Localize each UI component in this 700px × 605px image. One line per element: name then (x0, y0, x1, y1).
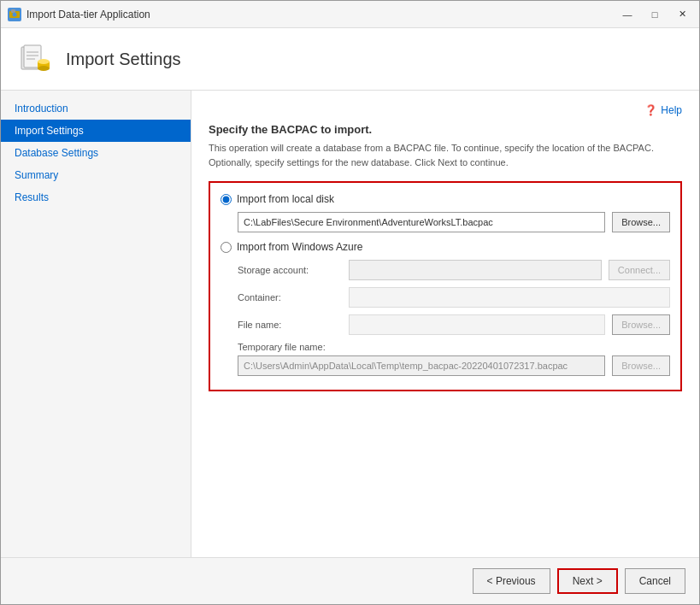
window-title: Import Data-tier Application (26, 9, 617, 21)
storage-account-row: Storage account: Connect... (238, 260, 670, 280)
cancel-button[interactable]: Cancel (625, 568, 685, 594)
sidebar: Introduction Import Settings Database Se… (1, 91, 191, 557)
temp-file-row: Browse... (238, 355, 670, 376)
help-icon: ❓ (644, 104, 657, 116)
svg-rect-1 (11, 9, 15, 13)
temp-file-input (238, 355, 605, 376)
sidebar-item-introduction[interactable]: Introduction (1, 97, 191, 120)
file-name-label: File name: (238, 320, 349, 330)
temp-file-label: Temporary file name: (238, 342, 670, 352)
browse-temp-button: Browse... (612, 355, 670, 376)
container-label: Container: (238, 292, 349, 302)
container-select (349, 287, 670, 308)
app-window: Import Data-tier Application — □ ✕ (0, 0, 700, 605)
svg-point-2 (13, 12, 17, 16)
maximize-button[interactable]: □ (644, 6, 665, 23)
import-options-box: Import from local disk Browse... Import … (209, 181, 682, 391)
help-link-container: ❓ Help (209, 104, 682, 116)
azure-radio[interactable] (221, 242, 232, 253)
sidebar-item-import-settings[interactable]: Import Settings (1, 120, 191, 142)
title-bar: Import Data-tier Application — □ ✕ (1, 1, 699, 28)
azure-label[interactable]: Import from Windows Azure (237, 241, 362, 253)
footer: < Previous Next > Cancel (1, 557, 699, 604)
next-button[interactable]: Next > (557, 568, 618, 594)
local-file-input[interactable] (238, 212, 605, 232)
file-name-select (349, 314, 605, 335)
file-name-row: File name: Browse... (238, 314, 670, 335)
azure-radio-row: Import from Windows Azure (221, 241, 670, 253)
header-section: Import Settings (1, 28, 699, 91)
previous-button[interactable]: < Previous (473, 568, 550, 594)
svg-point-11 (38, 59, 50, 64)
section-desc: This operation will create a database fr… (209, 141, 682, 169)
local-disk-label[interactable]: Import from local disk (237, 193, 334, 205)
help-link[interactable]: ❓ Help (644, 104, 682, 116)
sidebar-item-results[interactable]: Results (1, 186, 191, 209)
storage-account-input (349, 260, 602, 280)
sidebar-item-summary[interactable]: Summary (1, 164, 191, 186)
local-file-row: Browse... (238, 212, 670, 232)
main-content: ❓ Help Specify the BACPAC to import. Thi… (191, 91, 699, 557)
local-disk-group: Import from local disk Browse... (221, 193, 670, 232)
browse-local-button[interactable]: Browse... (612, 212, 670, 232)
header-title: Import Settings (66, 50, 181, 69)
header-icon (15, 38, 56, 79)
storage-account-label: Storage account: (238, 265, 349, 275)
window-controls: — □ ✕ (617, 6, 692, 23)
app-icon (8, 8, 21, 21)
local-disk-radio-row: Import from local disk (221, 193, 670, 205)
section-title: Specify the BACPAC to import. (209, 123, 682, 136)
sidebar-item-database-settings[interactable]: Database Settings (1, 142, 191, 164)
content-area: Introduction Import Settings Database Se… (1, 91, 699, 557)
close-button[interactable]: ✕ (672, 6, 692, 23)
browse-azure-button: Browse... (612, 314, 670, 335)
connect-button: Connect... (609, 260, 670, 280)
local-disk-radio[interactable] (221, 194, 232, 205)
container-row: Container: (238, 287, 670, 308)
azure-group: Import from Windows Azure Storage accoun… (221, 241, 670, 376)
svg-point-10 (38, 66, 50, 71)
minimize-button[interactable]: — (617, 6, 638, 23)
